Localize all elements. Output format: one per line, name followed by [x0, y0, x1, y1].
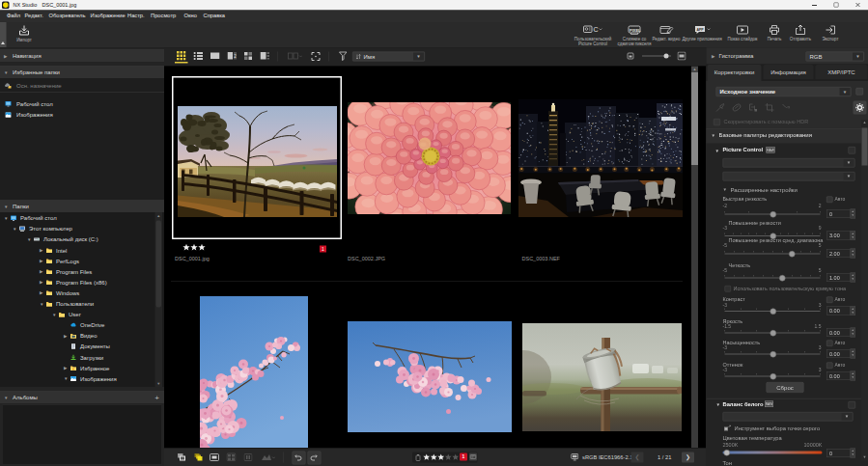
- svg-text:APP: APP: [697, 28, 705, 32]
- svg-text:PIXEL: PIXEL: [630, 28, 641, 33]
- svg-text:C: C: [594, 26, 599, 33]
- svg-text:2: 2: [234, 54, 237, 59]
